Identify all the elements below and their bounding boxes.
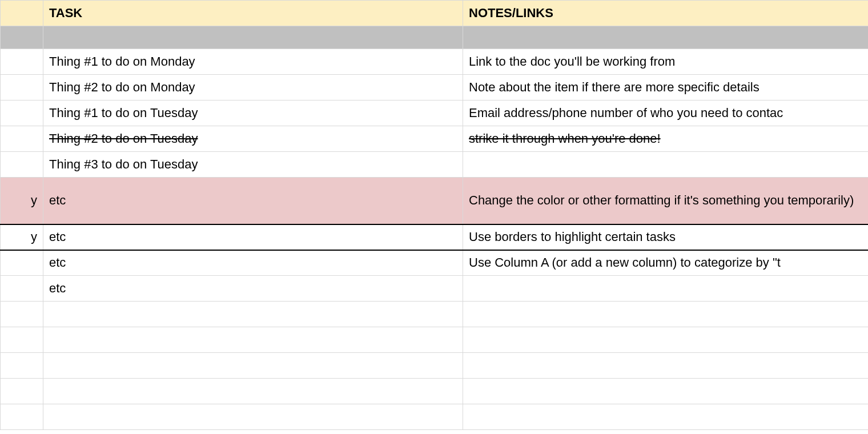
cell-col-a[interactable] <box>1 276 43 302</box>
cell-col-a[interactable] <box>1 152 43 178</box>
cell-notes[interactable] <box>463 276 869 302</box>
cell-task[interactable]: etc <box>43 178 463 224</box>
cell-task[interactable] <box>43 353 463 379</box>
cell-task[interactable] <box>43 404 463 430</box>
cell-col-a[interactable] <box>1 353 43 379</box>
cell-notes[interactable] <box>463 26 869 49</box>
cell-notes[interactable]: Note about the item if there are more sp… <box>463 75 869 101</box>
cell-col-a[interactable] <box>1 75 43 101</box>
cell-col-a[interactable]: y <box>1 178 43 224</box>
cell-task[interactable]: Thing #3 to do on Tuesday <box>43 152 463 178</box>
cell-task[interactable]: etc <box>43 276 463 302</box>
cell-notes[interactable]: strike it through when you're done! <box>463 126 869 152</box>
cell-notes[interactable] <box>463 302 869 327</box>
cell-col-a[interactable] <box>1 49 43 75</box>
cell-col-a[interactable] <box>1 302 43 327</box>
cell-notes[interactable] <box>463 152 869 178</box>
table-row[interactable] <box>1 353 869 379</box>
cell-task[interactable]: etc <box>43 224 463 250</box>
cell-notes[interactable]: Link to the doc you'll be working from <box>463 49 869 75</box>
cell-task[interactable] <box>43 302 463 327</box>
table-row[interactable]: Thing #1 to do on TuesdayEmail address/p… <box>1 101 869 126</box>
cell-notes[interactable]: Email address/phone number of who you ne… <box>463 101 869 126</box>
cell-notes[interactable]: Use borders to highlight certain tasks <box>463 224 869 250</box>
table-row[interactable]: Thing #2 to do on MondayNote about the i… <box>1 75 869 101</box>
cell-notes[interactable] <box>463 404 869 430</box>
cell-task[interactable]: Thing #2 to do on Monday <box>43 75 463 101</box>
table-row[interactable] <box>1 327 869 353</box>
header-task[interactable]: TASK <box>43 1 463 26</box>
header-row: TASK NOTES/LINKS <box>1 1 869 26</box>
cell-notes[interactable] <box>463 353 869 379</box>
table-row[interactable]: Thing #3 to do on Tuesday <box>1 152 869 178</box>
table-row[interactable]: yetcUse borders to highlight certain tas… <box>1 224 869 250</box>
table-row[interactable] <box>1 404 869 430</box>
cell-task[interactable]: etc <box>43 250 463 276</box>
cell-task[interactable]: Thing #1 to do on Monday <box>43 49 463 75</box>
cell-task[interactable]: Thing #2 to do on Tuesday <box>43 126 463 152</box>
cell-col-a[interactable] <box>1 404 43 430</box>
cell-notes[interactable] <box>463 327 869 353</box>
table-row[interactable]: Thing #1 to do on MondayLink to the doc … <box>1 49 869 75</box>
cell-col-a[interactable] <box>1 379 43 404</box>
table-row[interactable] <box>1 302 869 327</box>
notes-text: strike it through when you're done! <box>469 131 661 146</box>
table-row[interactable]: yetcChange the color or other formatting… <box>1 178 869 224</box>
header-notes[interactable]: NOTES/LINKS <box>463 1 869 26</box>
cell-task[interactable] <box>43 379 463 404</box>
cell-col-a[interactable] <box>1 250 43 276</box>
cell-col-a[interactable] <box>1 327 43 353</box>
cell-notes[interactable]: Use Column A (or add a new column) to ca… <box>463 250 869 276</box>
cell-notes[interactable] <box>463 379 869 404</box>
table-row[interactable]: etc <box>1 276 869 302</box>
cell-task[interactable]: Thing #1 to do on Tuesday <box>43 101 463 126</box>
table-row[interactable]: etcUse Column A (or add a new column) to… <box>1 250 869 276</box>
cell-col-a[interactable] <box>1 26 43 49</box>
cell-task[interactable] <box>43 26 463 49</box>
cell-notes[interactable]: Change the color or other formatting if … <box>463 178 869 224</box>
cell-col-a[interactable]: y <box>1 224 43 250</box>
cell-task[interactable] <box>43 327 463 353</box>
cell-col-a[interactable] <box>1 126 43 152</box>
task-spreadsheet[interactable]: TASK NOTES/LINKS Thing #1 to do on Monda… <box>0 0 868 430</box>
table-row[interactable]: Thing #2 to do on Tuesdaystrike it throu… <box>1 126 869 152</box>
task-text: Thing #2 to do on Tuesday <box>49 131 198 146</box>
cell-col-a[interactable] <box>1 101 43 126</box>
header-col-a[interactable] <box>1 1 43 26</box>
table-row[interactable] <box>1 26 869 49</box>
table-row[interactable] <box>1 379 869 404</box>
